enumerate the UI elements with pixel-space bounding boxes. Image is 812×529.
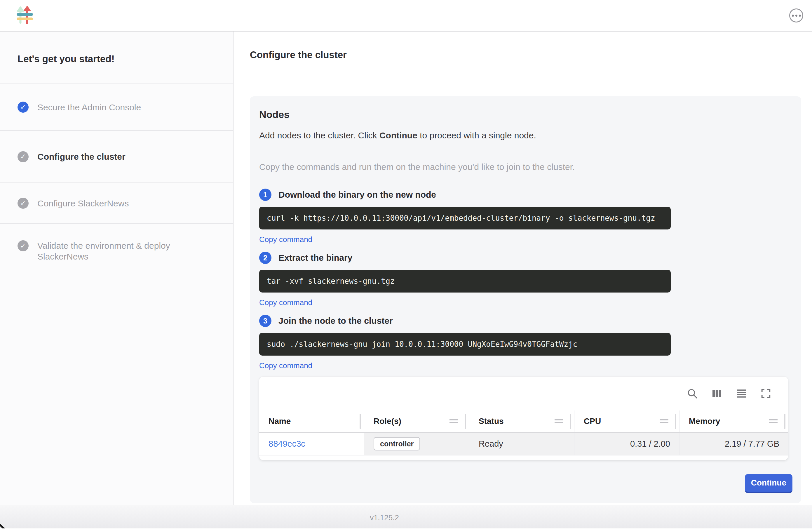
sidebar-item-secure-admin-console[interactable]: ✓ Secure the Admin Console <box>0 84 233 131</box>
intro-suffix: to proceed with a single node. <box>417 130 536 140</box>
node-status-cell: Ready <box>469 433 575 455</box>
view-columns-icon <box>711 388 723 399</box>
column-label: Memory <box>689 417 720 426</box>
sidebar-item-label: Secure the Admin Console <box>38 102 141 113</box>
column-resizer-handle[interactable] <box>570 414 571 429</box>
copy-commands-note: Copy the commands and run them on the ma… <box>259 161 793 173</box>
fullscreen-button[interactable] <box>760 388 772 399</box>
column-label: Status <box>479 417 504 426</box>
search-button[interactable] <box>686 388 698 399</box>
page-title: Configure the cluster <box>250 49 801 61</box>
check-icon: ✓ <box>17 151 29 162</box>
step-number-badge: 2 <box>259 252 272 264</box>
nodes-intro-text: Add nodes to the cluster. Click Continue… <box>259 130 793 141</box>
app-version-label: v1.125.2 <box>0 513 769 522</box>
drag-handle-icon[interactable] <box>659 419 668 423</box>
sidebar-item-validate-deploy[interactable]: ✓ Validate the environment & deploy Slac… <box>0 224 233 280</box>
node-roles-cell: controller <box>364 433 469 455</box>
setup-steps-sidebar: Let's get you started! ✓ Secure the Admi… <box>0 31 233 505</box>
sidebar-item-label: Configure SlackerNews <box>38 198 129 209</box>
step-3-header: 3 Join the node to the cluster <box>259 315 793 327</box>
nodes-table-panel: Name Role(s) Status CPU <box>259 376 788 460</box>
nodes-card: Nodes Add nodes to the cluster. Click Co… <box>250 96 801 503</box>
intro-continue-emphasis: Continue <box>379 130 417 140</box>
ellipsis-icon <box>792 15 794 17</box>
role-chip: controller <box>374 437 420 451</box>
check-icon: ✓ <box>17 102 29 113</box>
node-cpu-cell: 0.31 / 2.00 <box>575 433 680 455</box>
sidebar-item-label: Validate the environment & deploy Slacke… <box>38 240 207 262</box>
content-shell: Let's get you started! ✓ Secure the Admi… <box>0 31 812 505</box>
command-code-block: tar -xvf slackernews-gnu.tgz <box>259 270 671 292</box>
intro-prefix: Add nodes to the cluster. Click <box>259 130 379 140</box>
step-number-badge: 3 <box>259 315 272 327</box>
column-header-status[interactable]: Status <box>469 411 575 432</box>
step-title: Download the binary on the new node <box>278 190 436 200</box>
drag-handle-icon[interactable] <box>554 419 563 423</box>
nodes-heading: Nodes <box>259 108 793 121</box>
fullscreen-icon <box>760 388 772 399</box>
top-bar <box>0 0 812 31</box>
copy-command-link[interactable]: Copy command <box>259 235 312 244</box>
main-content: Configure the cluster Nodes Add nodes to… <box>233 31 812 505</box>
node-name-cell: 8849ec3c <box>259 433 364 455</box>
column-label: Role(s) <box>374 417 401 426</box>
continue-button[interactable]: Continue <box>745 474 793 493</box>
column-resizer-handle[interactable] <box>675 414 676 429</box>
table-header-row: Name Role(s) Status CPU <box>259 411 788 433</box>
page-footer: v1.125.2 <box>0 505 812 528</box>
column-resizer-handle[interactable] <box>360 414 361 429</box>
column-header-memory[interactable]: Memory <box>680 411 788 432</box>
column-label: Name <box>269 417 291 426</box>
sidebar-item-configure-cluster[interactable]: ✓ Configure the cluster <box>0 131 233 183</box>
step-number-badge: 1 <box>259 189 272 201</box>
node-memory-cell: 2.19 / 7.77 GB <box>680 433 788 455</box>
command-code-block: curl -k https://10.0.0.11:30000/api/v1/e… <box>259 207 671 229</box>
slackernews-logo-icon <box>17 6 33 25</box>
table-toolbar <box>259 376 788 411</box>
show-hide-columns-button[interactable] <box>711 388 723 399</box>
drag-handle-icon[interactable] <box>449 419 458 423</box>
step-1-header: 1 Download the binary on the new node <box>259 189 793 201</box>
more-menu-button[interactable] <box>789 9 803 23</box>
sidebar-item-label: Configure the cluster <box>38 151 126 162</box>
column-resizer-handle[interactable] <box>465 414 466 429</box>
ellipsis-icon <box>795 15 797 17</box>
step-title: Join the node to the cluster <box>278 316 393 326</box>
toggle-density-button[interactable] <box>736 388 747 399</box>
column-header-roles[interactable]: Role(s) <box>364 411 469 432</box>
copy-command-link[interactable]: Copy command <box>259 361 312 370</box>
sidebar-item-configure-slackernews[interactable]: ✓ Configure SlackerNews <box>0 183 233 224</box>
column-header-cpu[interactable]: CPU <box>575 411 680 432</box>
node-name-link[interactable]: 8849ec3c <box>269 439 305 449</box>
density-icon <box>736 388 747 399</box>
column-header-name[interactable]: Name <box>259 411 364 432</box>
sidebar-title: Let's get you started! <box>0 31 233 84</box>
column-label: CPU <box>584 417 601 426</box>
ellipsis-icon <box>799 15 801 17</box>
step-title: Extract the binary <box>278 253 352 263</box>
check-icon: ✓ <box>17 240 29 252</box>
column-resizer-handle[interactable] <box>784 414 785 429</box>
cursor-artifact <box>0 524 5 528</box>
check-icon: ✓ <box>17 198 29 209</box>
continue-button-row: Continue <box>259 474 793 493</box>
command-code-block: sudo ./slackernews-gnu join 10.0.0.11:30… <box>259 333 671 356</box>
search-icon <box>686 388 698 399</box>
step-2-header: 2 Extract the binary <box>259 252 793 264</box>
title-divider <box>250 78 801 78</box>
copy-command-link[interactable]: Copy command <box>259 298 312 307</box>
table-row: 8849ec3c controller Ready 0.31 / 2.00 2.… <box>259 433 788 455</box>
drag-handle-icon[interactable] <box>769 419 778 423</box>
